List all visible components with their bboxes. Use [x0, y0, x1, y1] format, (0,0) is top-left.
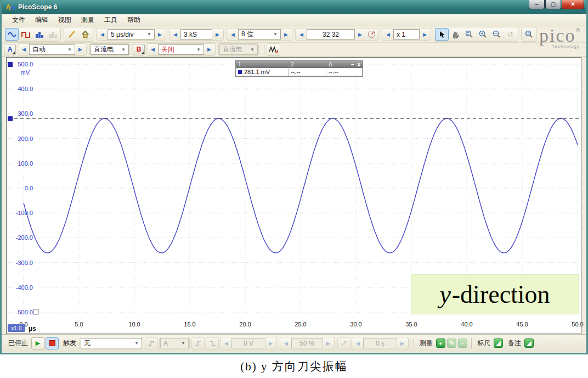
ruler2-value: --.-- [289, 68, 326, 76]
channel-b-coupling-select: 直流电▼ [219, 44, 258, 55]
legend-minimize-button[interactable]: – [351, 61, 354, 67]
ruler-handle[interactable] [8, 116, 13, 121]
xy-mode-button [46, 28, 60, 41]
scope-view[interactable]: 500.0400.0300.0200.0100.00.0-100.0-200.0… [6, 57, 581, 334]
channel-b-range-prev-button[interactable]: ◀ [148, 44, 158, 55]
marquee-zoom-button[interactable] [462, 28, 476, 41]
zoom-full-button[interactable]: 100 [522, 28, 536, 41]
y-direction-italic: y [439, 280, 450, 309]
timebase-next-button[interactable]: ▶ [155, 29, 165, 40]
menu-file[interactable]: 文件 [7, 14, 30, 26]
channel-a-range-control: ◀ 自动▼ ▶ [18, 43, 87, 56]
delay-increase-button: ▶ [397, 338, 408, 348]
segments-next-button[interactable]: ▶ [355, 29, 365, 40]
channel-a-range-select[interactable]: 自动▼ [29, 44, 75, 55]
y-tick-label: 0.0 [25, 185, 33, 191]
stop-button[interactable] [46, 337, 59, 349]
samples-value: 3 kS [184, 31, 197, 38]
zoom-decrease-button[interactable]: ◀ [383, 29, 393, 40]
start-button[interactable]: ▶ [31, 337, 44, 349]
channel-a-offset-marker[interactable] [8, 62, 13, 67]
channel-a-button[interactable]: A [4, 44, 16, 55]
chevron-down-icon: ▼ [192, 47, 201, 52]
legend-close-button[interactable]: x [357, 61, 360, 67]
delay-decrease-button: ◀ [353, 338, 363, 348]
menu-measure[interactable]: 测量 [76, 14, 99, 26]
pretrigger-decrease-button: ◀ [281, 338, 291, 348]
segment-navigator-button[interactable] [365, 29, 378, 40]
channel-a-range-prev-button[interactable]: ◀ [19, 44, 29, 55]
x-tick-label: 45.0 [516, 321, 528, 328]
restore-button[interactable]: ▢ [545, 0, 561, 9]
threshold-decrease-button: ◀ [221, 338, 231, 348]
resolution-select[interactable]: 8 位▼ [238, 29, 281, 40]
zoom-out-button[interactable] [490, 28, 504, 41]
histogram-icon [35, 31, 44, 38]
zoom-increase-button[interactable]: ▶ [420, 29, 430, 40]
resolution-next-button[interactable]: ▶ [281, 29, 291, 40]
menu-edit[interactable]: 编辑 [30, 14, 53, 26]
minimize-button[interactable]: – [529, 0, 545, 9]
zoom-factor-input[interactable]: x 1 [393, 29, 420, 40]
close-button[interactable]: ✕ [562, 0, 584, 9]
hand-tool-button[interactable] [449, 28, 462, 41]
rising-edge-icon [148, 340, 155, 347]
separator [414, 338, 414, 349]
y-tick-label: 400.0 [18, 86, 33, 92]
notes-button[interactable]: ◢ [524, 338, 534, 348]
rising-edge-button [191, 337, 205, 349]
ruler-legend-header: 1 2 Δ – x [236, 61, 363, 68]
channel-b-range-select[interactable]: 关闭▼ [158, 44, 204, 55]
add-measurement-button[interactable]: + [436, 338, 445, 348]
threshold-value: 0 V [244, 340, 253, 347]
home-button[interactable] [78, 28, 92, 41]
x-tick-label: 50.0 [572, 321, 583, 328]
timebase-prev-button[interactable]: ◀ [97, 29, 108, 40]
title-bar[interactable]: PicoScope 6 – ▢ ✕ [2, 0, 586, 14]
trigger-mode-select[interactable]: 无▼ [81, 338, 142, 348]
y-axis-unit-label: mV [21, 69, 30, 76]
x-tick-label: 25.0 [295, 321, 306, 328]
segments-prev-button[interactable]: ◀ [296, 29, 307, 40]
falling-edge-button [206, 337, 219, 349]
samples-decrease-button[interactable]: ◀ [170, 29, 180, 40]
delay-value: 0 s [376, 340, 385, 347]
magnifier-plus-icon [479, 30, 487, 38]
x-tick-label: 35.0 [405, 321, 417, 328]
trigger-source-control: A▼ [159, 337, 190, 349]
scope-mode-button[interactable] [5, 28, 19, 41]
math-channels-button[interactable] [267, 43, 280, 56]
y-tick-label: -500.0 [16, 309, 33, 315]
normal-selection-button[interactable] [435, 28, 449, 41]
samples-increase-button[interactable]: ▶ [212, 29, 223, 40]
ruler-handle-inactive[interactable] [33, 309, 38, 314]
channel-a-coupling-select[interactable]: 直流电▼ [91, 44, 129, 55]
resolution-prev-button[interactable]: ◀ [228, 29, 238, 40]
segments-input[interactable]: 32 32 [307, 29, 355, 40]
setup-wizard-button[interactable] [65, 28, 78, 41]
svg-text:100: 100 [526, 32, 530, 35]
channel-b-button[interactable]: B [133, 44, 145, 55]
trigger-mode-value: 无 [84, 338, 91, 348]
spectrum-mode-button[interactable] [19, 28, 32, 41]
y-tick-label: -200.0 [16, 234, 33, 241]
menu-help[interactable]: 帮助 [122, 14, 145, 26]
resolution-control: ◀ 8 位▼ ▶ [227, 28, 292, 41]
separator [471, 338, 472, 349]
trigger-marker-icon [341, 340, 348, 347]
segments-control: ◀ 32 32 ▶ [295, 28, 379, 41]
chevron-down-icon: ▼ [269, 32, 278, 37]
ruler-legend-overlay[interactable]: 1 2 Δ – x 281.1 mV --.-- --.-- [235, 60, 363, 77]
y-tick-label: 300.0 [18, 110, 33, 117]
channel-a-range-next-button[interactable]: ▶ [75, 44, 86, 55]
rulers-button[interactable]: ◢ [494, 338, 503, 348]
pretrigger-control: ◀ 50 % ▶ [280, 337, 335, 349]
menu-view[interactable]: 视图 [53, 14, 76, 26]
persistence-mode-button[interactable] [32, 28, 46, 41]
timebase-select[interactable]: 5 µs/div▼ [108, 29, 155, 40]
pretrigger-increase-button: ▶ [323, 338, 333, 348]
samples-input[interactable]: 3 kS [180, 29, 212, 40]
channel-b-range-next-button[interactable]: ▶ [204, 44, 214, 55]
menu-tools[interactable]: 工具 [99, 14, 122, 26]
zoom-in-button[interactable] [476, 28, 490, 41]
